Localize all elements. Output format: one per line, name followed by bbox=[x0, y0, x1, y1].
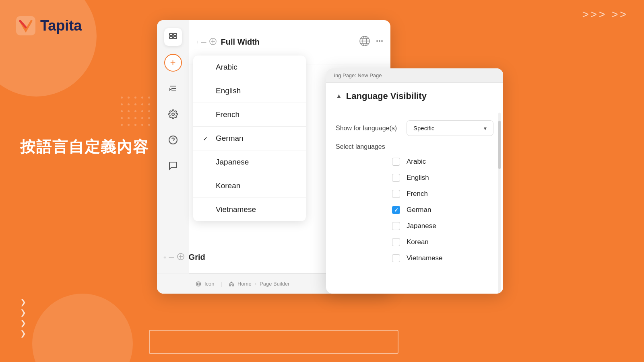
svg-rect-3 bbox=[169, 37, 173, 39]
arabic-check-label: Arabic bbox=[407, 158, 426, 166]
svg-point-10 bbox=[172, 113, 174, 115]
korean-checkbox[interactable] bbox=[392, 238, 400, 246]
app-name: Tapita bbox=[40, 17, 82, 34]
collapse-icon[interactable]: ▲ bbox=[336, 93, 342, 100]
language-visibility-panel: ing Page: New Page ▲ Language Visibility… bbox=[326, 68, 503, 294]
select-chevron-down-icon: ▾ bbox=[484, 125, 487, 132]
sidebar-icon-layout[interactable] bbox=[164, 28, 182, 46]
lang-french-label: French bbox=[216, 110, 239, 119]
lang-check-german[interactable]: German bbox=[392, 202, 484, 218]
lang-check-korean[interactable]: Korean bbox=[392, 234, 484, 250]
vietnamese-check-label: Vietnamese bbox=[407, 254, 442, 262]
lang-korean-label: Korean bbox=[216, 181, 240, 190]
select-languages-header: Select languages bbox=[336, 143, 493, 150]
lang-check-japanese[interactable]: Japanese bbox=[392, 218, 484, 234]
icon-label: Icon bbox=[204, 281, 215, 287]
home-label: Home bbox=[237, 281, 252, 287]
tapita-logo-icon bbox=[16, 16, 35, 35]
svg-point-21 bbox=[381, 40, 383, 42]
specific-select-value: Specific bbox=[413, 125, 435, 132]
lang-item-french[interactable]: French bbox=[193, 103, 306, 127]
fullwidth-globe-icon[interactable] bbox=[359, 35, 370, 49]
ui-container: + bbox=[157, 20, 559, 310]
select-languages-section: Select languages Arabic English bbox=[326, 140, 503, 269]
outline-rect-decoration bbox=[149, 330, 398, 354]
lang-item-german[interactable]: ✓ German bbox=[193, 127, 306, 150]
bg-blob-bottom-left bbox=[32, 294, 133, 362]
chinese-tagline: 按語言自定義內容 bbox=[20, 137, 149, 157]
sidebar-icon-outline[interactable] bbox=[164, 80, 182, 97]
sidebar-icon-settings[interactable] bbox=[164, 105, 182, 123]
svg-point-29 bbox=[196, 282, 201, 286]
lang-vietnamese-label: Vietnamese bbox=[216, 205, 256, 214]
lang-item-arabic[interactable]: Arabic bbox=[193, 56, 306, 79]
panel-header-bar: ing Page: New Page bbox=[326, 68, 503, 83]
bg-blob-top-left bbox=[0, 0, 97, 97]
lang-item-korean[interactable]: Korean bbox=[193, 174, 306, 198]
language-check-list: Arabic English French Germ bbox=[336, 154, 493, 266]
lang-check-french[interactable]: French bbox=[392, 186, 484, 202]
english-checkbox[interactable] bbox=[392, 174, 400, 182]
lang-english-label: English bbox=[216, 86, 241, 95]
page-builder-label: Page Builder bbox=[260, 281, 289, 287]
sidebar-icon-help[interactable] bbox=[164, 131, 182, 149]
specific-select[interactable]: Specific ▾ bbox=[407, 120, 493, 136]
select-languages-label: Select languages bbox=[336, 143, 400, 150]
lang-item-vietnamese[interactable]: Vietnamese bbox=[193, 198, 306, 221]
german-check-label: German bbox=[407, 206, 431, 214]
english-check-label: English bbox=[407, 174, 429, 182]
japanese-checkbox[interactable] bbox=[392, 222, 400, 230]
show-for-label: Show for language(s) bbox=[336, 125, 400, 132]
full-width-title: Full Width bbox=[221, 37, 260, 47]
japanese-check-label: Japanese bbox=[407, 222, 436, 230]
svg-point-20 bbox=[379, 40, 380, 42]
show-for-language-row: Show for language(s) Specific ▾ bbox=[326, 116, 503, 140]
row-controls-grid: + — bbox=[163, 253, 185, 262]
french-checkbox[interactable] bbox=[392, 190, 400, 198]
lang-japanese-label: Japanese bbox=[216, 158, 249, 167]
bg-chevrons-decoration: ❯ ❯ ❯ ❯ bbox=[20, 298, 26, 338]
bg-arrows-decoration: >>> >> bbox=[582, 8, 628, 21]
home-bottom-icon bbox=[229, 281, 234, 287]
arabic-checkbox[interactable] bbox=[392, 158, 400, 166]
german-checkbox[interactable] bbox=[392, 206, 400, 214]
logo-area: Tapita bbox=[16, 16, 82, 35]
lang-check-vietnamese[interactable]: Vietnamese bbox=[392, 250, 484, 266]
sidebar-icon-add[interactable]: + bbox=[164, 54, 182, 72]
panel-title-row: ▲ Language Visibility bbox=[326, 83, 503, 108]
svg-rect-2 bbox=[173, 33, 177, 35]
settings-bottom-icon bbox=[196, 281, 201, 287]
row-controls-fullwidth: + — bbox=[196, 37, 217, 47]
panel-header-text: ing Page: New Page bbox=[334, 72, 382, 78]
svg-point-19 bbox=[376, 40, 378, 42]
grid-title: Grid bbox=[189, 253, 205, 262]
panel-title: Language Visibility bbox=[346, 91, 427, 101]
svg-rect-4 bbox=[173, 37, 177, 39]
lang-check-english[interactable]: English bbox=[392, 170, 484, 186]
lang-arabic-label: Arabic bbox=[216, 63, 237, 72]
fullwidth-more-icon[interactable] bbox=[375, 37, 384, 47]
scrollbar-track bbox=[498, 113, 501, 294]
lang-item-japanese[interactable]: Japanese bbox=[193, 150, 306, 174]
svg-rect-1 bbox=[169, 33, 173, 35]
korean-check-label: Korean bbox=[407, 238, 429, 246]
panel-body: Show for language(s) Specific ▾ Select l… bbox=[326, 108, 503, 289]
vietnamese-checkbox[interactable] bbox=[392, 254, 400, 262]
scrollbar-thumb[interactable] bbox=[498, 121, 501, 169]
sidebar-icon-chat[interactable] bbox=[164, 157, 182, 175]
lang-item-english[interactable]: English bbox=[193, 79, 306, 103]
language-dropdown: Arabic English French ✓ German Japanese bbox=[193, 56, 306, 221]
svg-point-28 bbox=[198, 283, 200, 285]
french-check-label: French bbox=[407, 190, 428, 198]
dots-decoration bbox=[121, 97, 153, 129]
lang-check-arabic[interactable]: Arabic bbox=[392, 154, 484, 170]
lang-german-label: German bbox=[216, 134, 244, 143]
